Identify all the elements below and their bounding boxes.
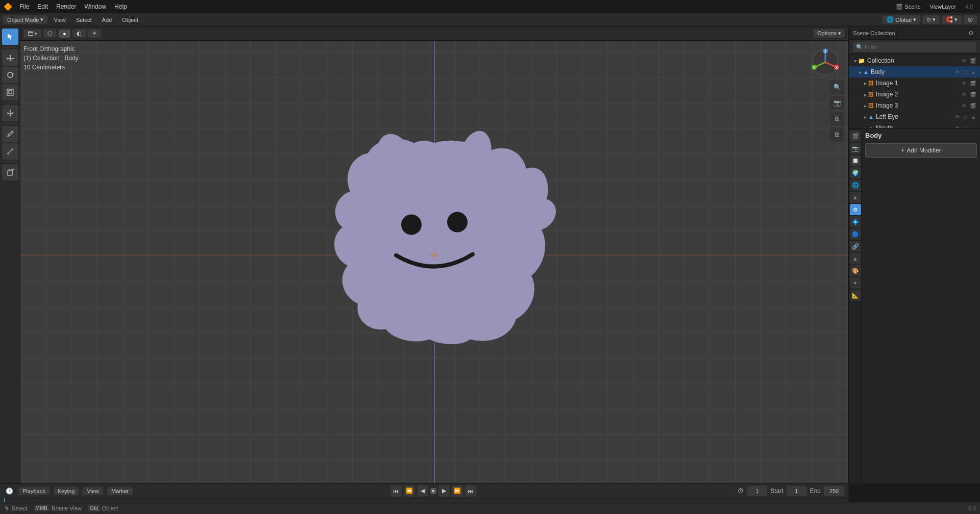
- timeline-editor-icon[interactable]: 🕒: [4, 486, 14, 496]
- image1-render-btn[interactable]: 🎬: [969, 81, 977, 86]
- prop-tab-modifier[interactable]: ⚙: [850, 204, 861, 215]
- left-eye-extra-btn[interactable]: ▲: [970, 114, 977, 120]
- select-menu[interactable]: Select: [72, 16, 96, 24]
- image1-expand-arrow[interactable]: ▸: [864, 81, 867, 86]
- pivot-point[interactable]: ⊙▾: [922, 15, 940, 24]
- mode-selector[interactable]: Object Mode▾: [3, 15, 47, 24]
- body-visibility-btn[interactable]: 👁: [954, 69, 961, 75]
- body-extra-btn[interactable]: ▲: [970, 69, 977, 75]
- transform-orientation[interactable]: 🌐Global▾: [883, 15, 920, 24]
- move-tool[interactable]: [2, 49, 18, 66]
- editor-type-btn[interactable]: 🗔 ▾: [23, 30, 41, 38]
- menu-help[interactable]: Help: [110, 2, 131, 12]
- start-frame-input[interactable]: [787, 486, 807, 496]
- outliner-item-image3[interactable]: ▸ 🖼 Image 3 👁 🎬: [849, 100, 980, 111]
- add-modifier-btn[interactable]: + Add Modifier: [865, 143, 977, 158]
- view-layer-selector[interactable]: ViewLayer: [927, 3, 959, 11]
- view-menu-timeline[interactable]: View: [83, 487, 103, 495]
- left-eye-visibility-btn[interactable]: 👁: [954, 114, 961, 120]
- next-frame-btn[interactable]: ⏩: [452, 485, 463, 497]
- body-expand-arrow[interactable]: ▸: [859, 69, 862, 75]
- viewport-shading-wireframe[interactable]: ⬡: [43, 29, 57, 38]
- outliner-item-body[interactable]: ▸ ▲ Body 👁 ⬡ ▲: [849, 66, 980, 78]
- viewport-shading-material[interactable]: ◐: [72, 29, 86, 38]
- scene-selector[interactable]: 🎬Scene: [893, 3, 923, 11]
- annotate-tool[interactable]: [2, 126, 18, 142]
- play-btn[interactable]: ▶: [438, 485, 450, 497]
- mouth-extra-btn[interactable]: ▲: [970, 125, 977, 128]
- quad-view-btn[interactable]: ⊞: [830, 127, 844, 142]
- transform-tool[interactable]: [2, 105, 18, 121]
- grid-view-btn[interactable]: ⊞: [830, 112, 844, 126]
- proportional-edit[interactable]: ◎: [964, 15, 977, 24]
- add-menu[interactable]: Add: [98, 16, 116, 24]
- prop-tab-extra1[interactable]: ✦: [850, 277, 861, 289]
- image2-visibility-btn[interactable]: 👁: [961, 92, 968, 97]
- keying-menu[interactable]: Keying: [54, 487, 79, 495]
- menu-edit[interactable]: Edit: [33, 2, 52, 12]
- viewport-options-btn[interactable]: Options ▾: [813, 29, 845, 38]
- select-tool[interactable]: [2, 29, 18, 45]
- collection-expand-arrow[interactable]: ▾: [854, 58, 856, 64]
- image2-render-btn[interactable]: 🎬: [969, 92, 977, 97]
- add-cube-tool[interactable]: [2, 164, 18, 181]
- prop-tab-material[interactable]: 🎨: [850, 265, 861, 276]
- jump-to-end-btn[interactable]: ⏭: [465, 485, 476, 497]
- stop-btn[interactable]: ■: [430, 488, 436, 494]
- menu-file[interactable]: File: [15, 2, 33, 12]
- zoom-in-btn[interactable]: 🔍: [830, 80, 844, 94]
- outliner-item-left-eye[interactable]: ▸ ▲ Left Eye 👁 ⬡ ▲: [849, 111, 980, 122]
- viewport-shading-render[interactable]: ☀: [88, 29, 101, 38]
- prop-tab-constraints[interactable]: 🔗: [850, 241, 861, 252]
- image2-expand-arrow[interactable]: ▸: [864, 92, 867, 97]
- outliner-item-image2[interactable]: ▸ 🖼 Image 2 👁 🎬: [849, 89, 980, 100]
- image3-visibility-btn[interactable]: 👁: [961, 103, 968, 109]
- camera-view-btn[interactable]: 📷: [830, 96, 844, 110]
- current-frame-input[interactable]: [747, 486, 767, 496]
- viewport-shading-solid[interactable]: ●: [59, 30, 70, 38]
- play-reverse-btn[interactable]: ◀: [417, 485, 428, 497]
- prop-tab-output[interactable]: 📷: [850, 143, 861, 154]
- menu-window[interactable]: Window: [80, 2, 110, 12]
- marker-menu[interactable]: Marker: [107, 487, 133, 495]
- snap-toggle[interactable]: 🧲▾: [942, 15, 962, 24]
- view-menu[interactable]: View: [50, 16, 70, 24]
- left-eye-render-btn[interactable]: ⬡: [962, 114, 969, 120]
- 3d-viewport[interactable]: 🗔 ▾ ⬡ ● ◐ ☀ Options ▾ Front Orthographic…: [20, 27, 848, 483]
- body-render-btn[interactable]: ⬡: [962, 69, 969, 75]
- prop-tab-render[interactable]: 🎬: [850, 131, 861, 142]
- mouth-visibility-btn[interactable]: 👁: [954, 125, 961, 128]
- prop-tab-extra2[interactable]: 📐: [850, 290, 861, 301]
- collection-visibility-btn[interactable]: 👁: [961, 58, 968, 64]
- scale-tool[interactable]: [2, 84, 18, 100]
- prop-tab-world[interactable]: 🌐: [850, 179, 861, 191]
- prev-frame-btn[interactable]: ⏪: [404, 485, 415, 497]
- menu-render[interactable]: Render: [52, 2, 80, 12]
- left-eye-expand-arrow[interactable]: ▸: [864, 114, 867, 120]
- jump-to-start-btn[interactable]: ⏮: [390, 485, 402, 497]
- prop-tab-object[interactable]: ▲: [850, 192, 861, 203]
- image3-render-btn[interactable]: 🎬: [969, 103, 977, 109]
- object-menu[interactable]: Object: [118, 16, 142, 24]
- prop-tab-data[interactable]: ▲: [850, 253, 861, 264]
- outliner-item-image1[interactable]: ▸ 🖼 Image 1 👁 🎬: [849, 78, 980, 89]
- measure-tool[interactable]: [2, 143, 18, 160]
- prop-tab-scene[interactable]: 🌍: [850, 167, 861, 178]
- end-frame-input[interactable]: [824, 486, 844, 496]
- navigation-gizmo[interactable]: Z X Y: [810, 47, 841, 78]
- image3-expand-arrow[interactable]: ▸: [864, 103, 867, 109]
- prop-tab-particles[interactable]: 💠: [850, 216, 861, 227]
- mouth-render-btn[interactable]: ⬡: [962, 125, 969, 128]
- collection-render-btn[interactable]: 🎬: [969, 58, 977, 64]
- prop-tab-physics[interactable]: 🔵: [850, 228, 861, 240]
- outliner-item-mouth[interactable]: ▸ ▲ Mouth 👁 ⬡ ▲: [849, 122, 980, 128]
- svg-text:Z: Z: [824, 49, 827, 53]
- outliner-filter-btn[interactable]: ⚙: [966, 28, 976, 38]
- mouth-expand-arrow[interactable]: ▸: [864, 125, 867, 128]
- outliner-item-collection[interactable]: ▾ 📁 Collection 👁 🎬: [849, 55, 980, 66]
- image1-visibility-btn[interactable]: 👁: [961, 81, 968, 86]
- playback-menu[interactable]: Playback: [18, 487, 50, 495]
- rotate-tool[interactable]: [2, 67, 18, 83]
- outliner-search-input[interactable]: [853, 42, 976, 52]
- prop-tab-viewlayer[interactable]: 🔲: [850, 155, 861, 166]
